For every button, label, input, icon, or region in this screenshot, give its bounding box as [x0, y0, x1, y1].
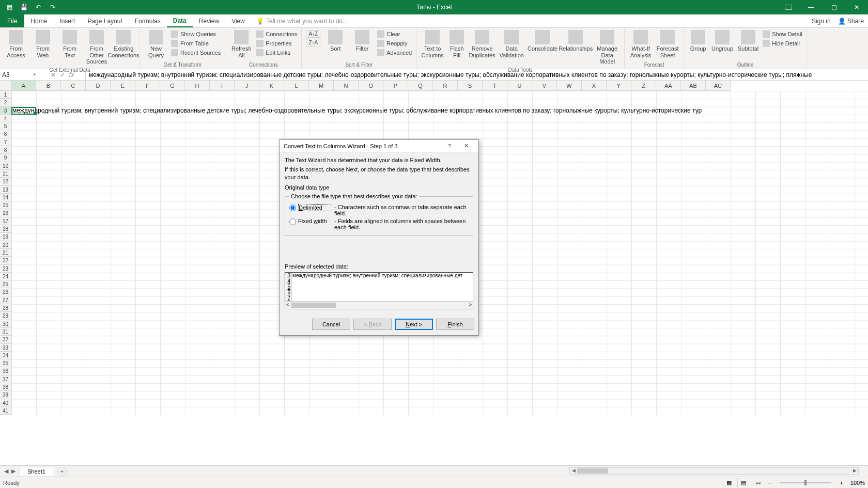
data-type-fieldset: Choose the file type that best describes…: [285, 193, 473, 236]
fixed-width-label[interactable]: Fixed width: [298, 218, 332, 224]
delimited-description: - Characters such as commas or tabs sepa…: [334, 204, 469, 216]
wizard-intro-line1: The Text Wizard has determined that your…: [285, 156, 473, 164]
fixed-width-radio[interactable]: [289, 218, 296, 225]
scrollbar-thumb[interactable]: [291, 303, 336, 308]
dialog-titlebar[interactable]: Convert Text to Columns Wizard - Step 1 …: [280, 140, 478, 152]
dialog-title: Convert Text to Columns Wizard - Step 1 …: [284, 143, 441, 149]
cancel-button[interactable]: Cancel: [312, 319, 350, 330]
finish-button[interactable]: Finish: [436, 319, 474, 330]
original-data-type-label: Original data type: [285, 184, 473, 191]
preview-row-num: 6: [285, 290, 291, 295]
preview-row-num: 7: [285, 295, 291, 301]
dialog-close-button[interactable]: ✕: [458, 143, 474, 149]
preview-row-num: 3: [285, 273, 291, 278]
choose-file-type-label: Choose the file type that best describes…: [289, 193, 419, 199]
preview-label: Preview of selected data:: [285, 263, 473, 270]
preview-row-num: 4: [285, 278, 291, 284]
back-button: < Back: [353, 319, 392, 330]
data-preview-panel: 3международный туризм; внутренний туризм…: [285, 272, 473, 302]
modal-overlay: Convert Text to Columns Wizard - Step 1 …: [0, 0, 868, 488]
preview-row-num: 5: [285, 284, 291, 290]
delimited-radio[interactable]: [289, 204, 296, 211]
delimited-label[interactable]: Delimited: [298, 204, 332, 211]
next-button[interactable]: Next >: [395, 319, 433, 330]
text-to-columns-wizard-dialog: Convert Text to Columns Wizard - Step 1 …: [279, 139, 479, 336]
dialog-help-button[interactable]: ?: [441, 143, 458, 149]
scroll-left-icon[interactable]: <: [285, 302, 290, 309]
scroll-right-icon[interactable]: >: [468, 302, 473, 309]
fixed-width-description: - Fields are aligned in columns with spa…: [334, 218, 469, 230]
wizard-intro-line2: If this is correct, choose Next, or choo…: [285, 166, 473, 181]
preview-horizontal-scrollbar[interactable]: < >: [285, 302, 473, 309]
preview-row-text: международный туризм; внутренний туризм;…: [291, 273, 462, 278]
